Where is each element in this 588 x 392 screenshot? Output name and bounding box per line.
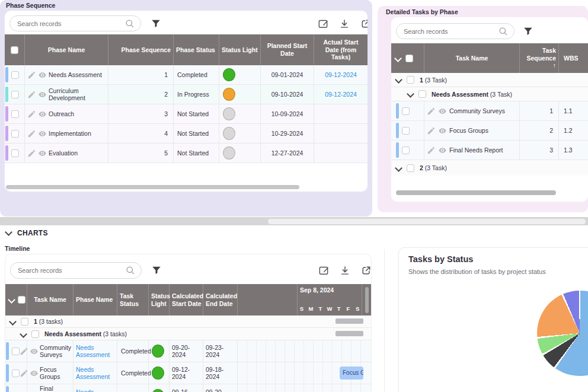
phase-name-link[interactable]: Needs Assessment (74, 340, 117, 362)
table-row[interactable]: Outreach 3 Not Started 10-09-2024 (5, 104, 368, 124)
row-checkbox[interactable] (11, 149, 19, 157)
search-bar[interactable] (396, 23, 514, 39)
eye-icon[interactable] (38, 90, 47, 99)
row-checkbox[interactable] (402, 107, 410, 115)
pencil-icon[interactable] (27, 129, 36, 138)
eye-icon[interactable] (38, 110, 47, 119)
group-checkbox[interactable] (31, 330, 39, 338)
eye-icon[interactable] (38, 149, 47, 158)
pencil-icon[interactable] (27, 71, 36, 79)
charts-section-header[interactable]: CHARTS (6, 229, 48, 237)
row-checkbox[interactable] (12, 369, 20, 377)
col-calc-end[interactable]: Calculated End Date (203, 284, 238, 315)
eye-icon[interactable] (30, 369, 39, 378)
col-calc-start[interactable]: Calculated Start Date (170, 284, 203, 315)
row-checkbox[interactable] (11, 130, 19, 138)
select-all-checkbox[interactable] (18, 296, 25, 304)
filter-icon[interactable] (523, 26, 533, 37)
table-row[interactable]: Focus Groups 2 1.2 (391, 121, 588, 141)
col-task-name[interactable]: Task Name (424, 43, 520, 73)
chevron-down-icon[interactable] (9, 318, 17, 326)
group-row[interactable]: 1 (3 tasks) (5, 315, 371, 328)
table-row[interactable]: Curriculum Development 2 In Progress 09-… (5, 85, 368, 104)
group-checkbox[interactable] (407, 164, 414, 172)
open-external-icon[interactable] (361, 265, 372, 276)
row-checkbox[interactable] (11, 91, 19, 98)
col-phase-name[interactable]: Phase Name (25, 34, 108, 65)
col-wbs[interactable]: WBS (559, 43, 588, 73)
row-checkbox[interactable] (12, 348, 20, 355)
table-row[interactable]: Final Needs Report Needs Assessment Comp… (5, 384, 371, 392)
chevron-down-icon[interactable] (395, 164, 402, 172)
pencil-icon[interactable] (27, 149, 36, 158)
col-task-name[interactable]: Task Name (27, 284, 74, 315)
search-bar[interactable] (10, 262, 142, 279)
group-checkbox[interactable] (21, 318, 28, 326)
actual-start-date-link[interactable] (314, 144, 368, 162)
col-phase-status[interactable]: Phase Status (174, 34, 219, 65)
edit-records-icon[interactable] (318, 18, 328, 29)
pencil-icon[interactable] (20, 347, 28, 356)
vertical-scrollbar-thumb[interactable] (365, 287, 369, 313)
edit-records-icon[interactable] (318, 265, 329, 276)
col-planned-start[interactable]: Planned Start Date (261, 34, 314, 65)
col-task-status[interactable]: Task Status (117, 284, 149, 315)
horizontal-scrollbar-thumb[interactable] (6, 185, 299, 189)
horizontal-scrollbar-thumb[interactable] (396, 190, 556, 195)
subgroup-row[interactable]: Needs Assessment (3 Task) (391, 87, 588, 101)
open-external-icon[interactable] (360, 18, 368, 29)
col-actual-start[interactable]: Actual Start Date (from Tasks) (314, 34, 368, 65)
search-input[interactable] (16, 20, 125, 28)
col-phase-name[interactable]: Phase Name (74, 284, 117, 315)
table-row[interactable]: Community Surveys 1 1.1 (391, 101, 588, 121)
col-status-light[interactable]: Status Light (219, 34, 261, 65)
col-task-sequence[interactable]: Task Sequence ↑ (520, 43, 559, 73)
download-icon[interactable] (339, 18, 350, 29)
pencil-icon[interactable] (427, 126, 436, 135)
group-row[interactable]: 1 (3 Task) (391, 73, 588, 87)
search-bar[interactable] (9, 15, 141, 31)
pencil-icon[interactable] (20, 369, 28, 378)
chevron-down-icon[interactable] (407, 90, 414, 98)
chevron-down-icon[interactable] (8, 296, 15, 304)
eye-icon[interactable] (38, 71, 47, 79)
pencil-icon[interactable] (27, 110, 36, 119)
table-row[interactable]: Needs Assessment 1 Completed 09-01-2024 … (5, 65, 368, 85)
chevron-down-icon[interactable] (20, 330, 27, 338)
row-checkbox[interactable] (402, 127, 410, 135)
eye-icon[interactable] (438, 107, 447, 116)
col-phase-sequence[interactable]: Phase Sequence (108, 34, 174, 65)
eye-icon[interactable] (438, 146, 447, 155)
group-checkbox[interactable] (407, 76, 414, 84)
select-all-checkbox[interactable] (11, 46, 18, 54)
col-status-light[interactable]: Status Light (149, 284, 170, 315)
row-checkbox[interactable] (11, 71, 19, 79)
search-input[interactable] (402, 27, 498, 36)
row-checkbox[interactable] (402, 146, 410, 154)
pencil-icon[interactable] (27, 90, 36, 99)
gantt-task-bar[interactable]: Focus Groups (340, 366, 363, 380)
download-icon[interactable] (340, 265, 350, 276)
chevron-down-icon[interactable] (395, 76, 402, 84)
select-all-checkbox[interactable] (405, 55, 413, 62)
row-checkbox[interactable] (11, 110, 19, 118)
pencil-icon[interactable] (427, 146, 436, 155)
group-row[interactable]: 2 (3 Task) (391, 160, 588, 176)
subgroup-row[interactable]: Needs Assessment (3 tasks) (5, 328, 371, 340)
search-input[interactable] (17, 266, 126, 275)
eye-icon[interactable] (38, 129, 47, 138)
actual-start-date-link[interactable] (314, 124, 368, 143)
phase-name-link[interactable]: Needs Assessment (74, 362, 117, 384)
table-row[interactable]: Implementation 4 Not Started 10-29-2024 (5, 124, 368, 144)
phase-name-link[interactable]: Needs Assessment (74, 384, 117, 392)
table-row[interactable]: Final Needs Report 3 1.3 (391, 141, 588, 160)
eye-icon[interactable] (30, 347, 39, 356)
filter-icon[interactable] (151, 265, 162, 276)
chevron-down-icon[interactable] (5, 228, 12, 236)
actual-start-date-link[interactable]: 09-12-2024 (314, 85, 368, 104)
table-row[interactable]: Community Surveys Needs Assessment Compl… (5, 340, 371, 362)
pencil-icon[interactable] (427, 107, 436, 116)
actual-start-date-link[interactable]: 09-12-2024 (314, 65, 368, 84)
chevron-down-icon[interactable] (394, 55, 402, 62)
filter-icon[interactable] (151, 18, 161, 29)
